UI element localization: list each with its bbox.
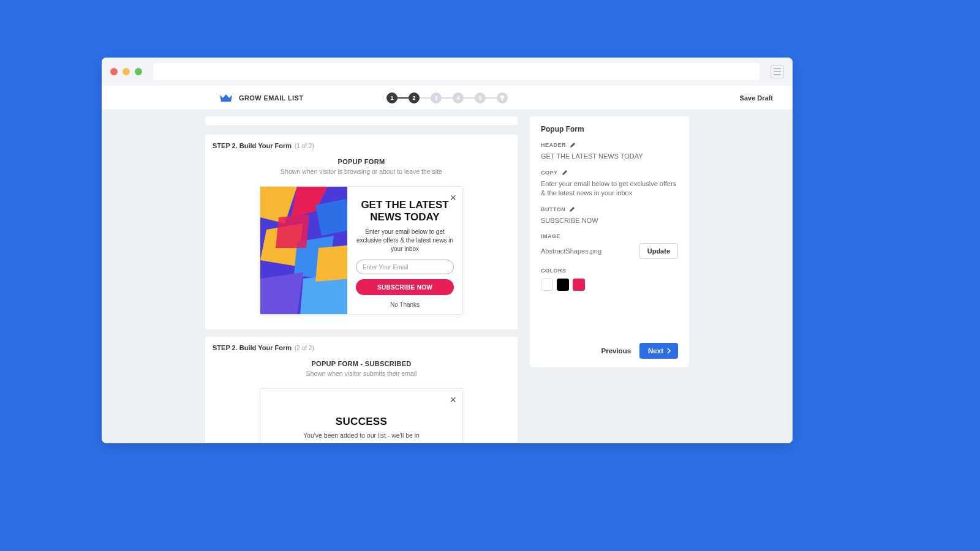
form-card-1: STEP 2. Build Your Form (1 of 2) POPUP F…	[205, 135, 518, 329]
form-card-2: STEP 2. Build Your Form (2 of 2) POPUP F…	[205, 337, 518, 443]
chevron-right-icon	[666, 348, 672, 354]
popup-image	[260, 187, 347, 314]
svg-marker-8	[315, 245, 347, 282]
update-button[interactable]: Update	[639, 243, 678, 259]
step-sublabel: (1 of 2)	[295, 143, 314, 149]
step-1[interactable]: 1	[386, 92, 398, 103]
step-connector	[420, 97, 431, 99]
app-header: GROW EMAIL LIST 1 2 3 4 5 Save Draft	[102, 86, 793, 110]
app-body: STEP 2. Build Your Form (1 of 2) POPUP F…	[102, 110, 793, 443]
no-thanks-link[interactable]: No Thanks	[390, 301, 420, 308]
step-connector	[442, 97, 453, 99]
main-column: STEP 2. Build Your Form (1 of 2) POPUP F…	[205, 116, 518, 443]
card-header: STEP 2. Build Your Form (2 of 2)	[205, 337, 518, 358]
header-value[interactable]: GET THE LATEST NEWS TODAY	[541, 152, 678, 161]
step-label: STEP 2. Build Your Form	[213, 142, 292, 149]
window-close-icon[interactable]	[110, 68, 118, 75]
popup-content: GET THE LATESTNEWS TODAY Enter your emai…	[347, 187, 462, 314]
popup-preview-subscribed[interactable]: × SUCCESS You've been added to our list …	[260, 388, 463, 443]
sidebar-title: Popup Form	[541, 125, 678, 133]
menu-icon[interactable]	[771, 65, 784, 78]
popup-preview[interactable]: GET THE LATESTNEWS TODAY Enter your emai…	[260, 186, 463, 315]
previous-button[interactable]: Previous	[601, 347, 631, 354]
color-swatch-white[interactable]	[541, 279, 553, 291]
popup-heading: GET THE LATESTNEWS TODAY	[361, 199, 448, 223]
step-5[interactable]: 5	[475, 92, 486, 103]
color-swatches	[541, 279, 678, 291]
edit-icon[interactable]	[569, 206, 575, 212]
app-window: GROW EMAIL LIST 1 2 3 4 5 Save Draft	[102, 58, 793, 443]
close-icon[interactable]: ×	[450, 394, 456, 407]
card-body: POPUP FORM - SUBSCRIBED Shown when visit…	[205, 358, 518, 443]
card-desc: Shown when visitor submits their email	[217, 370, 505, 377]
card-title: POPUP FORM	[217, 158, 505, 165]
url-bar[interactable]	[153, 63, 760, 80]
svg-marker-6	[260, 272, 303, 314]
step-sublabel: (2 of 2)	[295, 345, 314, 351]
edit-icon[interactable]	[570, 142, 576, 148]
step-connector	[398, 97, 409, 99]
popup-copy: Enter your email below to get exclusive …	[356, 228, 454, 253]
image-value: AbstractShapes.png	[541, 247, 601, 256]
page-title: GROW EMAIL LIST	[239, 94, 303, 102]
copy-value[interactable]: Enter your email below to get exclusive …	[541, 179, 678, 198]
header-label: HEADER	[541, 142, 678, 148]
brand: GROW EMAIL LIST	[219, 93, 303, 103]
card-header: STEP 2. Build Your Form (1 of 2)	[205, 135, 518, 156]
success-copy: You've been added to our list - we'll be…	[273, 432, 450, 439]
step-3[interactable]: 3	[431, 92, 442, 103]
step-4[interactable]: 4	[453, 92, 464, 103]
colors-label: COLORS	[541, 268, 678, 274]
step-label: STEP 2. Build Your Form	[213, 344, 292, 351]
window-titlebar	[102, 58, 793, 86]
color-swatch-red[interactable]	[573, 279, 585, 291]
progress-steps: 1 2 3 4 5	[386, 92, 508, 103]
step-2[interactable]: 2	[409, 92, 420, 103]
button-value[interactable]: SUBSCRIBE NOW	[541, 216, 678, 225]
close-icon[interactable]: ×	[450, 192, 456, 204]
step-connector	[464, 97, 475, 99]
next-button[interactable]: Next	[639, 343, 678, 359]
edit-icon[interactable]	[562, 170, 568, 176]
success-heading: SUCCESS	[273, 416, 450, 428]
window-minimize-icon[interactable]	[123, 68, 130, 75]
save-draft-button[interactable]: Save Draft	[740, 94, 773, 102]
card-body: POPUP FORM Shown when visitor is browsin…	[205, 156, 518, 329]
card-desc: Shown when visitor is browsing or about …	[217, 168, 505, 175]
window-maximize-icon[interactable]	[135, 68, 142, 75]
crown-icon	[219, 93, 233, 103]
progress-bar	[205, 116, 518, 125]
copy-label: COPY	[541, 170, 678, 176]
email-input[interactable]: Enter Your Email	[356, 260, 454, 274]
color-swatch-black[interactable]	[557, 279, 569, 291]
subscribe-button[interactable]: SUBSCRIBE NOW	[356, 279, 454, 295]
button-label: BUTTON	[541, 206, 678, 212]
sidebar-footer: Previous Next	[601, 343, 678, 359]
editor-sidebar: Popup Form HEADER GET THE LATEST NEWS TO…	[530, 116, 689, 367]
step-connector	[486, 97, 497, 99]
svg-marker-9	[276, 214, 309, 248]
card-title: POPUP FORM - SUBSCRIBED	[217, 360, 505, 367]
trophy-icon[interactable]	[497, 92, 508, 103]
image-label: IMAGE	[541, 233, 678, 239]
